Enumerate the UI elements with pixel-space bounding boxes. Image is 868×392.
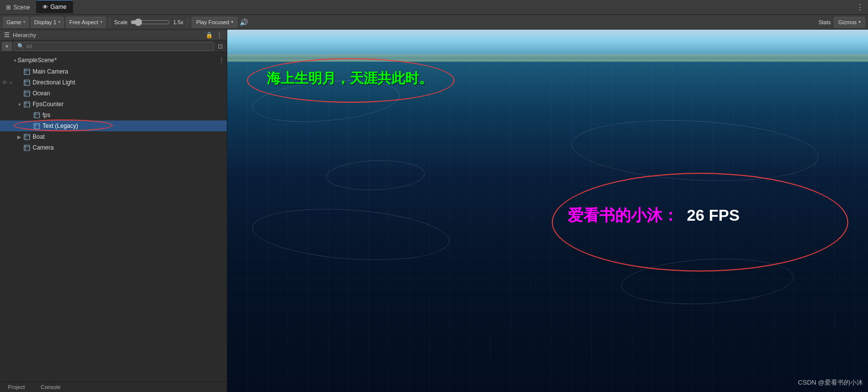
eye-icon2-directional: ◉ (9, 80, 16, 85)
game-dropdown-arrow: ▾ (23, 20, 25, 24)
aspect-dropdown[interactable]: Free Aspect ▾ (66, 17, 106, 28)
cube-icon-fps-counter (23, 100, 31, 108)
svg-rect-9 (24, 102, 30, 107)
play-focused-arrow: ▾ (231, 20, 233, 24)
search-box[interactable]: 🔍 (14, 42, 214, 51)
hierarchy-title: Hierarchy (13, 32, 201, 38)
scene-tab-label: Scene (13, 4, 30, 11)
cube-icon-camera (23, 144, 31, 152)
csdn-watermark: CSDN @爱看书的小沐 (798, 378, 863, 387)
ripple-3 (326, 159, 425, 192)
dir-light-label: Directional Light (33, 79, 75, 86)
hamburger-icon: ☰ (4, 31, 10, 39)
cube-icon-dir-light (23, 78, 31, 86)
toolbar-right: Stats Gizmos ▾ (819, 17, 865, 28)
project-tab[interactable]: Project (4, 383, 29, 391)
toolbar-sep-1 (110, 17, 110, 27)
boat-arrow: ▶ (16, 134, 23, 140)
fps-label-tree: fps (42, 112, 50, 118)
svg-rect-15 (34, 123, 40, 129)
grid-icon: ⊞ (6, 4, 11, 11)
ocean-label: Ocean (33, 90, 50, 97)
aspect-dropdown-label: Free Aspect (69, 19, 98, 25)
ripple-2 (570, 115, 820, 187)
svg-rect-6 (24, 91, 30, 96)
ocean-scene: 海上生明月，天涯共此时。 爱看书的小沐： 26 FPS CSDN @爱看书的小沐 (227, 30, 868, 392)
play-focused-label: Play Focused (196, 19, 229, 25)
scale-slider[interactable] (130, 18, 170, 26)
svg-rect-12 (34, 113, 40, 118)
hierarchy-header: ☰ Hierarchy 🔒 ⋮ (0, 30, 227, 40)
tree-item-boat[interactable]: ▶ Boat (0, 131, 227, 142)
boat-label: Boat (33, 133, 45, 140)
svg-rect-3 (24, 80, 30, 85)
scene-arrow-down: ▾ (14, 58, 16, 63)
search-input[interactable] (26, 43, 210, 49)
fps-counter-arrow: ▾ (16, 102, 23, 107)
game-dropdown-label: Game (6, 19, 21, 25)
tab-bar: ⊞ Scene 👁 Game ⋮ (0, 0, 868, 15)
gizmos-button[interactable]: Gizmos ▾ (834, 17, 865, 28)
tree-item-camera[interactable]: Camera (0, 142, 227, 153)
display-dropdown-arrow: ▾ (58, 20, 60, 24)
play-focused-button[interactable]: Play Focused ▾ (192, 17, 238, 28)
scale-control: Scale 1.5x (114, 18, 183, 26)
tree-item-fps[interactable]: fps (0, 110, 227, 120)
display-dropdown[interactable]: Display 1 ▾ (31, 17, 64, 28)
sound-icon[interactable]: 🔊 (240, 18, 248, 26)
hierarchy-tree: ▾ SampleScene* ⋮ Main Camera (0, 52, 227, 381)
aspect-dropdown-arrow: ▾ (100, 20, 102, 24)
console-tab[interactable]: Console (37, 383, 64, 391)
tree-item-directional-light[interactable]: 👁 ◉ Directional Light (0, 77, 227, 88)
scene-row[interactable]: ▾ SampleScene* ⋮ (0, 54, 227, 66)
text-legacy-label: Text (Legacy) (42, 122, 78, 129)
water-surface (227, 62, 868, 392)
cube-icon-text-legacy (33, 122, 41, 130)
add-hierarchy-button[interactable]: + (2, 42, 12, 51)
scene-name-label: SampleScene* (17, 57, 56, 64)
gizmos-arrow: ▾ (859, 20, 861, 24)
bottom-bar: Project Console (0, 381, 227, 392)
tree-item-fps-counter[interactable]: ▾ FpsCounter (0, 99, 227, 110)
search-icon: 🔍 (17, 43, 24, 49)
eye-icon-directional: 👁 (2, 79, 9, 85)
svg-rect-18 (24, 134, 30, 140)
game-text-chinese-top: 海上生明月，天涯共此时。 (267, 69, 433, 88)
cube-icon-main-camera (23, 68, 31, 76)
game-tab-label: Game (50, 3, 67, 10)
tree-item-main-camera[interactable]: Main Camera (0, 66, 227, 77)
ripple-5 (620, 255, 795, 308)
gameview-icon: 👁 (42, 4, 48, 10)
game-view: 海上生明月，天涯共此时。 爱看书的小沐： 26 FPS CSDN @爱看书的小沐 (227, 30, 868, 392)
scene-menu-icon[interactable]: ⋮ (218, 56, 225, 64)
tab-more-button[interactable]: ⋮ (852, 0, 868, 14)
svg-rect-0 (24, 69, 30, 75)
game-text-fps: 爱看书的小沐： 26 FPS (568, 205, 740, 227)
fps-counter-label: FpsCounter (33, 101, 64, 108)
camera-label: Camera (33, 144, 54, 151)
stats-button[interactable]: Stats (819, 19, 831, 25)
display-dropdown-label: Display 1 (34, 19, 56, 25)
fps-chinese-label: 爱看书的小沐： (568, 206, 678, 224)
lock-icon: 🔒 (206, 32, 213, 39)
hierarchy-menu-icon[interactable]: ⋮ (216, 31, 223, 39)
tab-scene[interactable]: ⊞ Scene (0, 0, 37, 14)
cube-icon-ocean (23, 89, 31, 97)
hierarchy-filter-button[interactable]: ⊡ (216, 42, 225, 51)
game-toolbar: Game ▾ Display 1 ▾ Free Aspect ▾ Scale 1… (0, 15, 868, 30)
game-dropdown[interactable]: Game ▾ (3, 17, 29, 28)
hierarchy-toolbar: + 🔍 ⊡ (0, 40, 227, 52)
scale-label: Scale (114, 19, 128, 25)
main-camera-label: Main Camera (33, 68, 68, 75)
toolbar-sep-2 (187, 17, 188, 27)
hierarchy-panel: ☰ Hierarchy 🔒 ⋮ + 🔍 ⊡ ▾ (0, 30, 227, 392)
tree-item-text-legacy[interactable]: Text (Legacy) (0, 120, 227, 131)
gizmos-label: Gizmos (838, 19, 857, 25)
cube-icon-boat (23, 133, 31, 141)
fps-number-value: 26 FPS (687, 206, 740, 224)
tab-game[interactable]: 👁 Game (37, 0, 73, 14)
cube-icon-fps (33, 111, 41, 119)
ripple-4 (250, 203, 451, 266)
tree-item-ocean[interactable]: Ocean (0, 88, 227, 99)
main-area: ☰ Hierarchy 🔒 ⋮ + 🔍 ⊡ ▾ (0, 30, 868, 392)
